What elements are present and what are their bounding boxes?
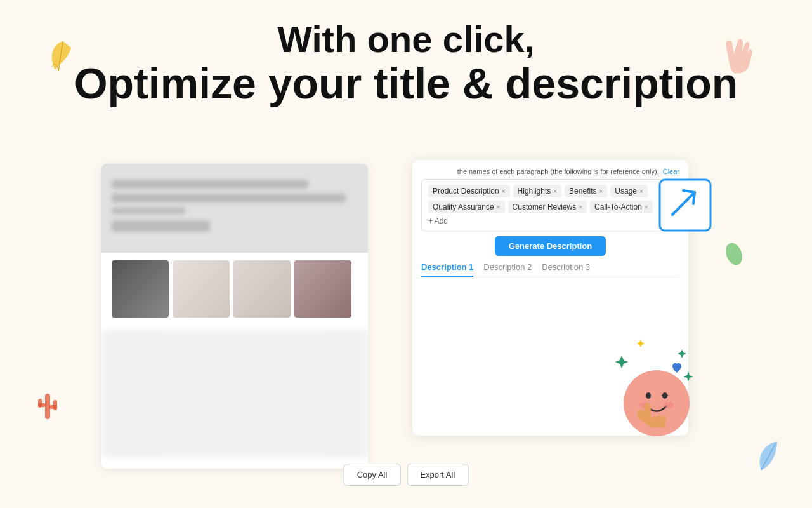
tag-close-icon[interactable]: × — [579, 204, 582, 211]
arrow-deco — [657, 177, 714, 234]
hero-line2: Optimize your title & description — [0, 60, 812, 107]
tag-label: Customer Reviews — [513, 203, 577, 211]
tag-call-to-action[interactable]: Call-To-Action × — [590, 201, 653, 213]
product-card-bottom — [102, 330, 368, 457]
copy-all-button[interactable]: Copy All — [344, 464, 401, 486]
svg-rect-6 — [660, 180, 710, 231]
svg-point-5 — [724, 241, 743, 267]
tab-description-3[interactable]: Description 3 — [542, 262, 590, 277]
smiley-deco — [584, 321, 723, 460]
tag-product-description[interactable]: Product Description × — [428, 185, 510, 197]
svg-rect-2 — [38, 399, 42, 408]
svg-point-9 — [646, 392, 651, 399]
svg-point-12 — [664, 402, 674, 408]
tag-label: Usage — [615, 187, 637, 196]
clear-button[interactable]: Clear — [663, 168, 679, 175]
tags-container: Product Description × Highlights × Benef… — [421, 179, 679, 231]
tag-close-icon[interactable]: × — [502, 188, 506, 195]
tag-label: Product Description — [433, 187, 499, 196]
generate-btn-row: Generate Description — [421, 236, 679, 256]
tag-quality-assurance[interactable]: Quality Assurance × — [428, 201, 505, 213]
product-thumb-2 — [173, 260, 230, 318]
product-card-top — [102, 164, 368, 253]
product-thumb-3 — [233, 260, 291, 318]
tag-close-icon[interactable]: × — [553, 188, 557, 195]
tab-description-2[interactable]: Description 2 — [483, 262, 532, 277]
product-thumb-4 — [294, 260, 351, 318]
svg-rect-3 — [49, 405, 57, 409]
export-all-button[interactable]: Export All — [407, 464, 468, 486]
product-thumb-1 — [112, 260, 169, 318]
svg-rect-0 — [45, 394, 50, 419]
tag-label: Benefits — [569, 187, 596, 196]
panel-hint-row: the names of each paragraph (the followi… — [421, 168, 679, 175]
svg-rect-4 — [53, 400, 57, 410]
hero-section: With one click, Optimize your title & de… — [0, 0, 812, 107]
tag-benefits[interactable]: Benefits × — [565, 185, 607, 197]
tag-close-icon[interactable]: × — [599, 188, 603, 195]
generate-description-button[interactable]: Generate Description — [495, 236, 606, 256]
hero-line1: With one click, — [0, 19, 812, 60]
blurred-title-block — [112, 180, 358, 237]
hint-text: the names of each paragraph (the followi… — [457, 168, 659, 175]
bottom-buttons: Copy All Export All — [344, 464, 469, 486]
tag-label: Quality Assurance — [433, 203, 494, 211]
tag-customer-reviews[interactable]: Customer Reviews × — [508, 201, 587, 213]
tag-usage[interactable]: Usage × — [610, 185, 648, 197]
svg-rect-1 — [38, 403, 46, 407]
tag-highlights[interactable]: Highlights × — [513, 185, 562, 197]
tag-close-icon[interactable]: × — [645, 204, 648, 211]
deco-leaf-bottomright — [752, 438, 787, 473]
tag-close-icon[interactable]: × — [497, 204, 501, 211]
product-images-row — [102, 253, 368, 325]
description-tabs: Description 1 Description 2 Description … — [421, 262, 679, 277]
product-card-mock — [102, 164, 368, 469]
deco-cactus — [35, 387, 60, 425]
tag-close-icon[interactable]: × — [639, 188, 643, 195]
deco-leaf-rightmiddle — [724, 241, 743, 267]
add-tag-input[interactable] — [428, 217, 466, 225]
tab-description-1[interactable]: Description 1 — [421, 262, 473, 277]
tag-label: Call-To-Action — [594, 203, 642, 211]
tag-label: Highlights — [518, 187, 551, 196]
